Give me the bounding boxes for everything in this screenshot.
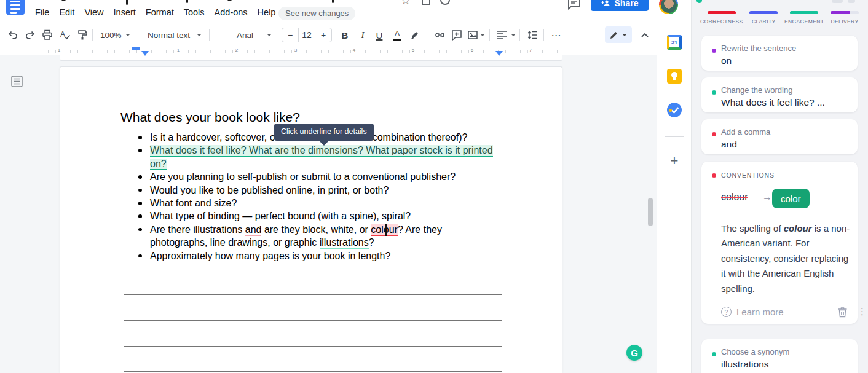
text-color-button[interactable]: A — [389, 27, 405, 43]
grammarly-floating-button[interactable]: G — [626, 345, 642, 361]
menu-addons[interactable]: Add-ons — [215, 7, 248, 17]
add-person-icon — [601, 0, 610, 7]
print-button[interactable] — [39, 27, 55, 43]
grammarly-tooltip: Click underline for details — [274, 124, 374, 141]
bullet-list: Is it a hardcover, softcover, ocombinati… — [136, 131, 494, 262]
app-window: ☆ File Edit View Insert Format Tools Add… — [0, 0, 868, 373]
get-addons-button[interactable]: + — [667, 154, 682, 168]
synonym-suggestion-word[interactable]: illustrations — [320, 237, 369, 249]
google-calendar-icon[interactable]: 31 — [667, 35, 682, 50]
text-cursor — [385, 224, 387, 236]
bullet-item: What type of binding — perfect bound (wi… — [136, 210, 494, 222]
cloud-status-icon[interactable] — [440, 0, 451, 6]
bullet-item: What font and size? — [136, 197, 494, 210]
document-scrollbar-thumb[interactable] — [648, 198, 653, 226]
learn-more-link[interactable]: Learn more — [736, 307, 784, 317]
comma-suggestion-word[interactable]: and — [245, 224, 262, 236]
more-menu-icon[interactable]: ⋮ — [858, 306, 867, 317]
writing-line — [124, 346, 502, 347]
line-spacing-button[interactable] — [524, 27, 540, 43]
comments-icon[interactable] — [567, 0, 581, 10]
dismiss-trash-icon[interactable] — [837, 307, 848, 318]
tab-clarity[interactable]: CLARITY — [749, 11, 778, 25]
star-icon[interactable]: ☆ — [401, 0, 413, 6]
underline-button[interactable]: U — [371, 27, 387, 43]
redo-button[interactable] — [22, 27, 38, 43]
first-line-indent-marker[interactable] — [132, 47, 140, 50]
suggestion-title: Add a comma — [721, 127, 770, 136]
suggestion-value: illustrations — [721, 359, 769, 370]
ruler[interactable]: 1 1 2 3 4 5 6 7 — [0, 47, 657, 55]
account-avatar[interactable] — [659, 0, 678, 14]
menu-tools[interactable]: Tools — [184, 7, 205, 17]
collapse-toolbar-button[interactable] — [637, 27, 653, 43]
category-dot — [712, 132, 716, 136]
highlight-color-button[interactable] — [407, 27, 423, 43]
clarity-bar — [749, 11, 778, 14]
bullet-item: Are there illustrations and are they blo… — [136, 223, 494, 249]
spellcheck-button[interactable]: A — [57, 27, 73, 43]
panel-control — [848, 0, 855, 3]
insert-image-button[interactable] — [465, 27, 481, 43]
menu-format[interactable]: Format — [146, 7, 174, 17]
writing-line — [124, 371, 502, 372]
category-dot — [712, 49, 716, 53]
arrow-icon: → — [762, 192, 772, 203]
editing-mode-button[interactable] — [605, 26, 632, 43]
suggestion-card[interactable]: Rewrite the sentence on — [701, 36, 858, 71]
google-tasks-icon[interactable] — [667, 103, 682, 117]
google-keep-icon[interactable] — [667, 69, 682, 84]
undo-button[interactable] — [5, 27, 21, 43]
add-comment-button[interactable] — [449, 27, 465, 43]
font-size-input[interactable]: 12 — [298, 28, 315, 42]
increase-font-button[interactable]: + — [315, 28, 331, 42]
spelling-error-word[interactable]: colour — [371, 224, 398, 236]
bullet-item: Would you like to be published online, i… — [136, 184, 494, 197]
italic-button[interactable]: I — [355, 27, 371, 43]
menu-file[interactable]: File — [35, 7, 49, 17]
tab-engagement[interactable]: ENGAGEMENT — [784, 11, 824, 25]
insert-link-button[interactable] — [432, 27, 448, 43]
image-caret-icon — [480, 34, 485, 36]
font-select[interactable]: Arial — [237, 31, 253, 40]
ruler-number: 2 — [234, 47, 239, 53]
decrease-font-button[interactable]: − — [282, 28, 298, 42]
document-outline-icon[interactable] — [11, 76, 23, 87]
formatting-toolbar: A 100% Normal text Arial − 12 + B I U A — [0, 23, 657, 47]
more-options-button[interactable]: ⋯ — [548, 27, 564, 43]
paragraph-style-select[interactable]: Normal text — [148, 31, 190, 40]
menu-help[interactable]: Help — [258, 7, 276, 17]
suggestion-card[interactable]: Add a comma and — [701, 119, 858, 154]
accept-correction-button[interactable]: color — [772, 189, 810, 208]
suggestion-card[interactable]: Change the wording What does it feel lik… — [701, 77, 858, 112]
google-docs-logo-icon[interactable] — [6, 0, 25, 15]
suggestion-title: Choose a synonym — [721, 347, 789, 356]
tab-delivery[interactable]: DELIVERY — [831, 11, 859, 25]
document-page[interactable]: What does your book look like? Is it a h… — [60, 66, 562, 373]
ruler-number: 1 — [176, 47, 181, 53]
suggestion-category-tabs: CORRECTNESS CLARITY ENGAGEMENT DELIVERY — [700, 11, 859, 25]
bullet-text: Approximately how many pages is your boo… — [150, 251, 390, 261]
menu-view[interactable]: View — [84, 7, 103, 17]
bullet-text: are they block, white, or — [261, 224, 371, 235]
conventions-card[interactable]: CONVENTIONS colour → color The spelling … — [701, 162, 858, 324]
see-new-changes-button[interactable]: See new changes — [278, 7, 355, 20]
delivery-bar — [831, 11, 859, 14]
document-canvas: What does your book look like? Is it a h… — [0, 55, 657, 373]
grammarly-highlighted-sentence[interactable]: What does it feel like? What are the dim… — [150, 145, 493, 170]
menu-insert[interactable]: Insert — [114, 7, 136, 17]
menu-edit[interactable]: Edit — [59, 7, 74, 17]
zoom-select[interactable]: 100% — [100, 31, 122, 40]
share-button[interactable]: Share — [591, 0, 649, 11]
move-folder-icon[interactable] — [422, 0, 432, 6]
category-dot — [712, 173, 716, 178]
align-button[interactable] — [494, 27, 510, 43]
paint-format-button[interactable] — [74, 27, 90, 43]
left-indent-marker[interactable] — [141, 51, 149, 56]
google-side-panel: 31 + — [657, 0, 691, 373]
suggestion-card[interactable]: Choose a synonym illustrations — [701, 339, 858, 373]
bold-button[interactable]: B — [337, 27, 353, 43]
tab-correctness[interactable]: CORRECTNESS — [700, 11, 743, 25]
card-footer: ? Learn more ⋮ — [721, 307, 847, 317]
right-indent-marker[interactable] — [495, 51, 503, 56]
